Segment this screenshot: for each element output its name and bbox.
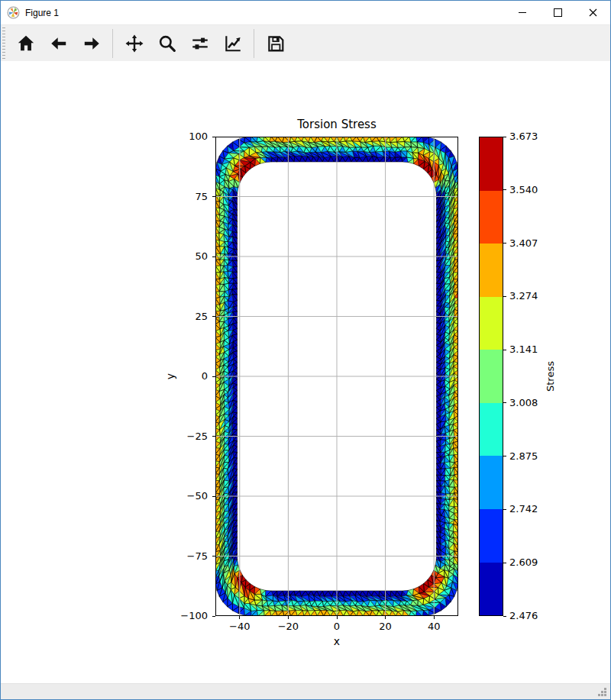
y-tick-label: 50 xyxy=(159,250,208,262)
y-tick-label: 25 xyxy=(159,311,208,322)
home-icon xyxy=(16,34,36,53)
colorbar-tick-mark xyxy=(503,563,506,563)
colorbar-tick-mark xyxy=(503,616,506,617)
toolbar-grip-handle[interactable] xyxy=(2,27,5,60)
x-tick-mark xyxy=(337,616,338,619)
minimize-icon xyxy=(519,12,526,13)
colorbar-segment xyxy=(480,244,503,297)
y-tick-label: −75 xyxy=(159,550,208,562)
colorbar-tick-mark xyxy=(503,243,506,244)
x-axis-label: x xyxy=(215,635,458,647)
plot-axes[interactable] xyxy=(215,137,458,616)
colorbar-segment xyxy=(480,297,503,350)
colorbar-tick-label: 2.609 xyxy=(509,556,538,568)
window-controls xyxy=(505,1,610,24)
plot-title: Torsion Stress xyxy=(215,118,458,131)
colorbar-tick-label: 3.407 xyxy=(509,237,538,249)
x-tick-mark xyxy=(385,616,386,619)
figure-canvas[interactable]: Torsion Stress x y Stress −40−2002040−10… xyxy=(1,61,610,683)
y-tick-label: 100 xyxy=(159,131,208,142)
back-button[interactable] xyxy=(42,27,75,60)
navigation-toolbar xyxy=(1,24,610,61)
close-icon xyxy=(589,8,597,17)
y-tick-label: 0 xyxy=(159,370,208,382)
close-button[interactable] xyxy=(575,1,610,24)
x-tick-label: 40 xyxy=(415,621,453,632)
magnifier-icon xyxy=(157,34,177,53)
y-tick-label: 75 xyxy=(159,191,208,202)
colorbar-segment xyxy=(480,350,503,403)
colorbar-segment xyxy=(480,191,503,244)
colorbar-tick-label: 3.274 xyxy=(509,290,538,302)
colorbar-segment xyxy=(480,456,503,509)
forward-arrow-icon xyxy=(82,34,102,53)
colorbar-tick-label: 3.008 xyxy=(509,397,538,408)
y-tick-label: −100 xyxy=(159,610,208,621)
colorbar-tick-mark xyxy=(503,137,506,137)
x-tick-label: 0 xyxy=(318,621,356,632)
y-tick-mark xyxy=(212,376,215,377)
maximize-icon xyxy=(554,8,562,17)
colorbar-segment xyxy=(480,137,503,191)
home-button[interactable] xyxy=(9,27,42,60)
colorbar-tick-label: 3.540 xyxy=(509,184,538,195)
x-tick-label: −20 xyxy=(269,621,307,632)
window-title: Figure 1 xyxy=(25,8,59,18)
colorbar-tick-mark xyxy=(503,296,506,297)
status-bar xyxy=(1,683,610,699)
matplotlib-logo-icon xyxy=(7,6,20,19)
maximize-button[interactable] xyxy=(540,1,575,24)
colorbar-tick-label: 3.141 xyxy=(509,344,538,355)
resize-grip[interactable] xyxy=(598,688,607,697)
title-bar[interactable]: Figure 1 xyxy=(1,1,610,24)
colorbar-segment xyxy=(480,403,503,456)
y-tick-mark xyxy=(212,616,215,617)
pan-move-icon xyxy=(124,34,144,53)
y-tick-mark xyxy=(212,496,215,497)
colorbar-tick-mark xyxy=(503,350,506,350)
configure-subplots-button[interactable] xyxy=(183,27,216,60)
minimize-button[interactable] xyxy=(505,1,540,24)
y-tick-label: −25 xyxy=(159,431,208,442)
y-tick-mark xyxy=(212,137,215,137)
y-tick-mark xyxy=(212,316,215,317)
zoom-to-rect-button[interactable] xyxy=(150,27,183,60)
y-tick-mark xyxy=(212,556,215,556)
colorbar-tick-mark xyxy=(503,456,506,456)
x-tick-mark xyxy=(239,616,240,619)
pan-button[interactable] xyxy=(118,27,150,60)
colorbar-tick-label: 3.673 xyxy=(509,131,538,142)
colorbar-tick-mark xyxy=(503,509,506,510)
x-tick-mark xyxy=(434,616,435,619)
x-tick-mark xyxy=(288,616,289,619)
colorbar-tick-label: 2.875 xyxy=(509,450,538,462)
colorbar-tick-label: 2.476 xyxy=(509,610,538,621)
back-arrow-icon xyxy=(49,34,69,53)
floppy-save-icon xyxy=(266,34,286,53)
sliders-icon xyxy=(190,34,210,53)
colorbar-tick-mark xyxy=(503,402,506,403)
figure-window: Figure 1 xyxy=(0,0,611,700)
colorbar-label: Stress xyxy=(545,361,556,392)
forward-button[interactable] xyxy=(75,27,108,60)
colorbar xyxy=(479,137,503,616)
toolbar-separator xyxy=(254,29,254,58)
y-tick-label: −50 xyxy=(159,490,208,502)
edit-parameters-button[interactable] xyxy=(216,27,249,60)
save-button[interactable] xyxy=(259,27,292,60)
toolbar-separator xyxy=(112,29,113,58)
line-chart-icon xyxy=(223,34,243,53)
colorbar-tick-label: 2.742 xyxy=(509,503,538,515)
colorbar-tick-mark xyxy=(503,189,506,190)
y-tick-mark xyxy=(212,436,215,437)
y-tick-mark xyxy=(212,256,215,257)
y-tick-mark xyxy=(212,196,215,197)
colorbar-segment xyxy=(480,509,503,563)
x-tick-label: 20 xyxy=(367,621,405,632)
x-tick-label: −40 xyxy=(221,621,259,632)
colorbar-segment xyxy=(480,563,503,616)
